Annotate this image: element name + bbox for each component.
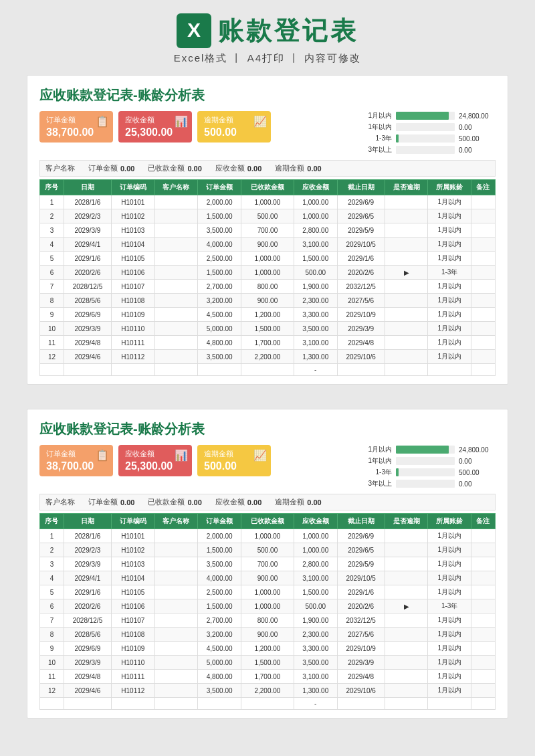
empty-cell xyxy=(112,698,155,710)
table-cell: 1,500.00 xyxy=(198,266,241,280)
top-section: 订单金额38,700.00📋应收金额25,300.00📊逾期金额500.00📈1… xyxy=(39,445,496,488)
age-value: 0.00 xyxy=(459,147,496,154)
table-cell xyxy=(471,642,495,656)
table-cell xyxy=(471,322,495,336)
table-cell: 1,300.00 xyxy=(294,684,337,698)
table-cell xyxy=(471,238,495,252)
data-table: 序号日期订单编码客户名称订单金额已收款金额应收金额截止日期是否逾期所属账龄备注1… xyxy=(39,513,496,710)
table-cell xyxy=(154,543,198,557)
table-cell: 1月以内 xyxy=(428,280,471,294)
table-cell: 2 xyxy=(40,209,64,223)
table-cell: 1月以内 xyxy=(428,628,471,642)
table-row: 102029/3/9H101105,000.001,500.003,500.00… xyxy=(40,322,496,336)
table-cell: 2,300.00 xyxy=(294,294,337,308)
table-cell: 1月以内 xyxy=(428,656,471,670)
table-cell: 1,500.00 xyxy=(241,656,294,670)
empty-cell xyxy=(154,698,198,710)
empty-cell xyxy=(471,698,495,710)
table-cell: 2032/12/5 xyxy=(337,613,385,628)
table-cell: 2029/4/8 xyxy=(64,670,111,684)
table-cell: H10103 xyxy=(112,223,155,238)
table-cell: 1月以内 xyxy=(428,585,471,599)
table-cell: H10101 xyxy=(112,529,155,543)
table-cell xyxy=(385,571,428,585)
table-cell xyxy=(471,350,495,364)
table-cell: 2,500.00 xyxy=(198,585,241,599)
table-row: 52029/1/6H101052,500.001,000.001,500.002… xyxy=(40,252,496,266)
age-bar-wrap xyxy=(396,457,455,465)
table-cell: 1月以内 xyxy=(428,209,471,223)
table-cell: 1 xyxy=(40,195,64,209)
stat-label: 应收金额 xyxy=(215,163,245,173)
table-row: 82028/5/6H101083,200.00900.002,300.00202… xyxy=(40,628,496,642)
stat-label: 应收金额 xyxy=(215,497,245,507)
table-cell: 3 xyxy=(40,557,64,571)
table-row: 22029/2/3H101021,500.00500.001,000.00202… xyxy=(40,543,496,557)
table-cell: 4 xyxy=(40,238,64,252)
table-row: 122029/4/6H101123,500.002,200.001,300.00… xyxy=(40,684,496,698)
table-cell: 1月以内 xyxy=(428,684,471,698)
table-cell: 1月以内 xyxy=(428,670,471,684)
summary-card-value: 500.00 xyxy=(204,460,264,472)
empty-cell xyxy=(241,698,294,710)
table-row: 112029/4/8H101114,800.001,700.003,100.00… xyxy=(40,670,496,684)
doc-title: 应收账款登记表-账龄分析表 xyxy=(39,420,496,438)
table-cell: 6 xyxy=(40,266,64,280)
table-cell: 2,700.00 xyxy=(198,613,241,628)
table-row: 32029/3/9H101033,500.00700.002,800.00202… xyxy=(40,223,496,238)
table-cell xyxy=(385,529,428,543)
table-cell: 2029/10/9 xyxy=(337,642,385,656)
table-cell: 10 xyxy=(40,322,64,336)
empty-cell xyxy=(40,364,64,376)
table-cell: 1月以内 xyxy=(428,529,471,543)
table-cell xyxy=(385,642,428,656)
table-cell xyxy=(385,280,428,294)
stat-item-3: 已收款金额0.00 xyxy=(148,163,201,173)
table-cell: 3,200.00 xyxy=(198,628,241,642)
age-row-1: 1月以内24,800.00 xyxy=(362,445,496,454)
stat-item-5: 逾期金额0.00 xyxy=(275,497,321,507)
table-header-cell: 订单编码 xyxy=(112,180,155,195)
table-cell xyxy=(471,252,495,266)
table-row: 92029/6/9H101094,500.001,200.003,300.002… xyxy=(40,642,496,656)
table-cell: 2029/4/6 xyxy=(64,684,111,698)
summary-card-icon: 📊 xyxy=(175,115,188,128)
table-cell: 1 xyxy=(40,529,64,543)
table-cell: 2020/2/6 xyxy=(337,599,385,613)
table-cell: 1,900.00 xyxy=(294,613,337,628)
table-cell: 2029/3/9 xyxy=(64,656,111,670)
age-chart: 1月以内24,800.001年以内0.001-3年500.003年以上0.00 xyxy=(362,445,496,488)
stat-value: 0.00 xyxy=(247,498,261,506)
table-cell: 1,000.00 xyxy=(241,529,294,543)
table-cell xyxy=(385,350,428,364)
table-header-cell: 客户名称 xyxy=(154,514,198,529)
table-cell: 1,000.00 xyxy=(294,543,337,557)
table-cell: H10108 xyxy=(112,294,155,308)
table-header-cell: 订单金额 xyxy=(198,514,241,529)
table-cell xyxy=(154,613,198,628)
table-cell xyxy=(385,684,428,698)
empty-row: - xyxy=(40,364,496,376)
table-cell: 2029/6/9 xyxy=(337,195,385,209)
table-cell: 3,200.00 xyxy=(198,294,241,308)
table-row: 12028/1/6H101012,000.001,000.001,000.002… xyxy=(40,195,496,209)
table-cell: 1月以内 xyxy=(428,294,471,308)
svg-text:X: X xyxy=(187,19,201,41)
stat-value: 0.00 xyxy=(187,498,201,506)
table-cell xyxy=(385,670,428,684)
table-cell: H10106 xyxy=(112,599,155,613)
table-cell: 1月以内 xyxy=(428,308,471,322)
table-cell: 1-3年 xyxy=(428,266,471,280)
summary-card-value: 25,300.00 xyxy=(125,460,185,472)
table-cell: 9 xyxy=(40,308,64,322)
table-cell: 1,000.00 xyxy=(294,529,337,543)
table-cell: 3,100.00 xyxy=(294,670,337,684)
age-value: 500.00 xyxy=(459,469,496,476)
empty-cell xyxy=(40,698,64,710)
table-cell: 2029/1/6 xyxy=(337,585,385,599)
table-cell xyxy=(471,195,495,209)
table-row: 22029/2/3H101021,500.00500.001,000.00202… xyxy=(40,209,496,223)
age-row-2: 1年以内0.00 xyxy=(362,122,496,132)
age-row-2: 1年以内0.00 xyxy=(362,456,496,466)
table-cell xyxy=(471,557,495,571)
